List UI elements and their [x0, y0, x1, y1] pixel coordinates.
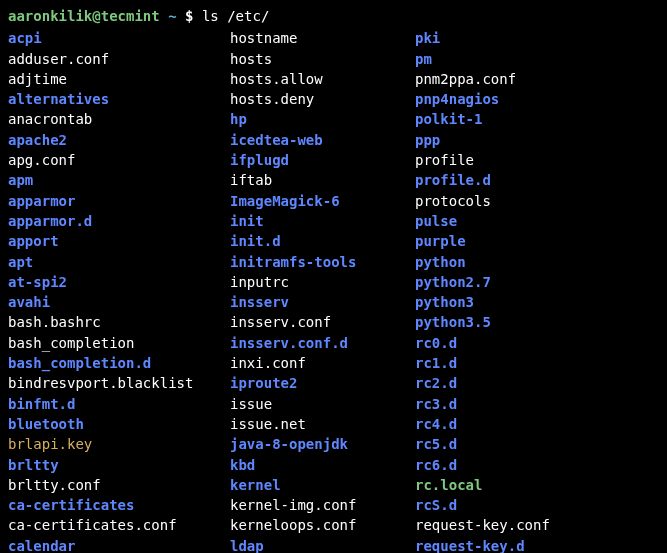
file-entry: hp	[230, 109, 415, 129]
file-entry: initramfs-tools	[230, 252, 415, 272]
file-entry: rc6.d	[415, 455, 659, 475]
file-entry: python	[415, 252, 659, 272]
file-entry: profile	[415, 150, 659, 170]
file-entry: rc1.d	[415, 353, 659, 373]
file-entry: ldap	[230, 536, 415, 553]
file-entry: binfmt.d	[8, 394, 230, 414]
file-entry: rcS.d	[415, 495, 659, 515]
file-entry: purple	[415, 231, 659, 251]
file-entry: adduser.conf	[8, 49, 230, 69]
ls-output: acpiadduser.confadjtimealternativesanacr…	[8, 28, 659, 553]
file-entry: at-spi2	[8, 272, 230, 292]
file-entry: python2.7	[415, 272, 659, 292]
file-entry: bash.bashrc	[8, 312, 230, 332]
file-entry: polkit-1	[415, 109, 659, 129]
column-1: acpiadduser.confadjtimealternativesanacr…	[8, 28, 230, 553]
file-entry: request-key.d	[415, 536, 659, 553]
file-entry: alternatives	[8, 89, 230, 109]
file-entry: pnp4nagios	[415, 89, 659, 109]
file-entry: adjtime	[8, 69, 230, 89]
file-entry: hostname	[230, 28, 415, 48]
file-entry: bindresvport.blacklist	[8, 373, 230, 393]
file-entry: rc0.d	[415, 333, 659, 353]
file-entry: init.d	[230, 231, 415, 251]
file-entry: apparmor.d	[8, 211, 230, 231]
file-entry: profile.d	[415, 170, 659, 190]
file-entry: python3.5	[415, 312, 659, 332]
file-entry: iftab	[230, 170, 415, 190]
file-entry: ImageMagick-6	[230, 191, 415, 211]
file-entry: calendar	[8, 536, 230, 553]
file-entry: kbd	[230, 455, 415, 475]
file-entry: acpi	[8, 28, 230, 48]
prompt-path: ~	[168, 8, 176, 24]
terminal-window[interactable]: aaronkilik@tecmint ~ $ ls /etc/ acpiaddu…	[0, 0, 667, 553]
column-3: pkipmpnm2ppa.confpnp4nagiospolkit-1ppppr…	[415, 28, 659, 553]
file-entry: pm	[415, 49, 659, 69]
file-entry: pulse	[415, 211, 659, 231]
file-entry: brltty	[8, 455, 230, 475]
file-entry: issue	[230, 394, 415, 414]
file-entry: protocols	[415, 191, 659, 211]
file-entry: brlapi.key	[8, 434, 230, 454]
file-entry: ifplugd	[230, 150, 415, 170]
file-entry: apm	[8, 170, 230, 190]
file-entry: iproute2	[230, 373, 415, 393]
file-entry: java-8-openjdk	[230, 434, 415, 454]
prompt-line: aaronkilik@tecmint ~ $ ls /etc/	[8, 6, 659, 26]
file-entry: bash_completion	[8, 333, 230, 353]
file-entry: kerneloops.conf	[230, 515, 415, 535]
file-entry: apparmor	[8, 191, 230, 211]
file-entry: bash_completion.d	[8, 353, 230, 373]
file-entry: rc2.d	[415, 373, 659, 393]
file-entry: avahi	[8, 292, 230, 312]
file-entry: brltty.conf	[8, 475, 230, 495]
file-entry: apport	[8, 231, 230, 251]
prompt-symbol: $	[185, 8, 193, 24]
file-entry: rc.local	[415, 475, 659, 495]
file-entry: ca-certificates	[8, 495, 230, 515]
file-entry: insserv.conf	[230, 312, 415, 332]
file-entry: request-key.conf	[415, 515, 659, 535]
file-entry: apache2	[8, 130, 230, 150]
file-entry: pnm2ppa.conf	[415, 69, 659, 89]
file-entry: kernel	[230, 475, 415, 495]
file-entry: ppp	[415, 130, 659, 150]
file-entry: insserv	[230, 292, 415, 312]
file-entry: kernel-img.conf	[230, 495, 415, 515]
file-entry: rc3.d	[415, 394, 659, 414]
file-entry: icedtea-web	[230, 130, 415, 150]
file-entry: hosts	[230, 49, 415, 69]
file-entry: python3	[415, 292, 659, 312]
file-entry: issue.net	[230, 414, 415, 434]
user-host: aaronkilik@tecmint	[8, 8, 160, 24]
column-2: hostnamehostshosts.allowhosts.denyhpiced…	[230, 28, 415, 553]
file-entry: rc5.d	[415, 434, 659, 454]
file-entry: inputrc	[230, 272, 415, 292]
command-text: ls /etc/	[202, 8, 269, 24]
file-entry: insserv.conf.d	[230, 333, 415, 353]
file-entry: anacrontab	[8, 109, 230, 129]
file-entry: pki	[415, 28, 659, 48]
file-entry: bluetooth	[8, 414, 230, 434]
file-entry: ca-certificates.conf	[8, 515, 230, 535]
file-entry: inxi.conf	[230, 353, 415, 373]
file-entry: init	[230, 211, 415, 231]
file-entry: apg.conf	[8, 150, 230, 170]
file-entry: rc4.d	[415, 414, 659, 434]
file-entry: hosts.allow	[230, 69, 415, 89]
file-entry: hosts.deny	[230, 89, 415, 109]
file-entry: apt	[8, 252, 230, 272]
